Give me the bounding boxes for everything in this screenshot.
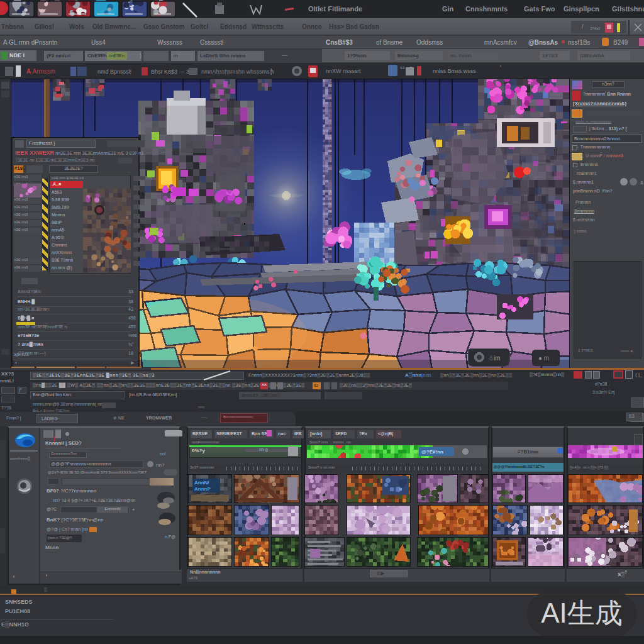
svg-text:nn?: nn? <box>156 462 165 468</box>
svg-text:2%d: 2%d <box>590 26 600 31</box>
svg-text:AnnN/: AnnN/ <box>194 480 209 486</box>
svg-text:&: & <box>640 180 644 186</box>
svg-text:@?E#!nn: @?E#!nn <box>421 449 443 455</box>
svg-text:/: / <box>582 23 584 30</box>
svg-text:● m: ● m <box>538 355 549 362</box>
svg-text:☃im: ☃im <box>488 354 501 362</box>
svg-text:AnnnP: AnnnP <box>194 486 211 492</box>
